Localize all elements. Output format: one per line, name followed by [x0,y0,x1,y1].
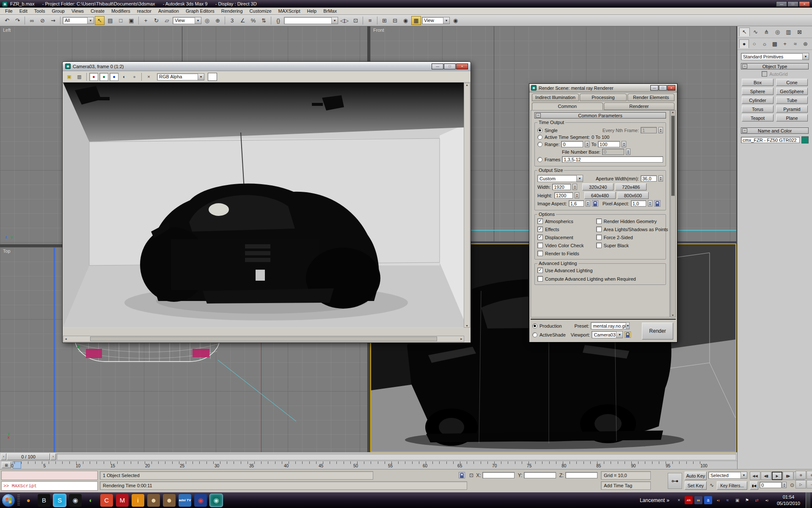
option-video-color-check[interactable]: Video Color Check [537,243,595,248]
taskbar-firefox-icon[interactable]: ● [22,494,35,507]
y-coordinate-field[interactable] [524,472,556,478]
maximize-icon[interactable] [659,85,667,91]
frames-radio[interactable]: Frames [537,157,560,162]
menu-item[interactable]: Rendering [218,8,246,14]
aperture-width-field[interactable]: 36,0 [641,175,657,182]
absolute-mode-transform-icon[interactable]: ⊡ [467,471,476,480]
subcategory-dropdown[interactable]: Standard Primitives ▼ [741,53,809,60]
menu-item[interactable]: Tools [31,8,49,14]
go-to-start-button[interactable]: ◀◀ [750,472,760,480]
option-displacement[interactable]: Displacement [537,235,595,240]
dialog-tab[interactable]: Render Elements [628,94,674,101]
select-and-manipulate-icon[interactable]: ⊕ [213,16,223,25]
collapse-icon[interactable] [742,64,747,69]
horizontal-scrollbar[interactable]: ◄ ► [63,336,464,342]
viewport-dropdown[interactable]: Camera03 ▼ [592,331,623,338]
taskbar-game2-icon[interactable]: ☻ [163,494,176,507]
select-object-icon[interactable]: ↖ [95,16,105,25]
vertical-scrollbar[interactable]: ▲ ▼ [464,83,470,328]
option-render-hidden-geometry[interactable]: Render Hidden Geometry [596,218,664,224]
channel-display-dropdown[interactable]: RGB Alpha ▼ [157,73,204,80]
time-slider-track[interactable] [56,453,736,460]
range-to-field[interactable]: 100 [598,141,620,147]
preset-720x486-button[interactable]: 720x486 [615,183,647,190]
taskbar-m-icon[interactable]: M [116,494,129,507]
selection-set-dropdown[interactable]: Selected ▼ [708,472,747,479]
minimize-icon[interactable] [776,1,787,7]
monochrome-icon[interactable]: ◐ [120,73,129,81]
green-channel-icon[interactable]: ● [99,73,108,81]
key-mode-toggle-button[interactable]: ▮◀ [750,481,758,490]
image-aspect-lock-icon[interactable] [592,200,598,207]
cameras-category-icon[interactable]: ▩ [770,39,779,48]
align-icon[interactable]: ⊡ [351,16,361,25]
taskbar-info-icon[interactable]: i [132,494,144,507]
close-icon[interactable] [456,64,468,69]
layer-manager-icon[interactable]: ≡ [365,16,375,25]
use-pivot-center-icon[interactable]: ◎ [202,16,212,25]
tab-renderer[interactable]: Renderer [604,102,675,110]
viewport-top-label[interactable]: Top [3,248,11,254]
object-color-swatch[interactable] [801,136,809,144]
next-frame-arrow-icon[interactable]: › [50,453,56,460]
taskbar-skype-icon[interactable]: S [53,494,66,507]
minimize-icon[interactable] [432,64,443,69]
viewport-front-label[interactable]: Front [373,28,384,33]
tray-avast-icon[interactable]: a [704,496,712,504]
common-parameters-rollout[interactable]: Common Parameters [534,112,666,119]
object-type-button[interactable]: Pyramid [776,105,808,113]
taskbar-adsltv-icon[interactable]: adsl TV [179,494,191,507]
default-in-out-tangents-icon[interactable]: ∿ [707,481,716,489]
percent-snap-icon[interactable]: % [248,16,258,25]
close-icon[interactable] [667,85,675,91]
menu-item[interactable]: File [2,8,16,14]
menu-item[interactable]: reactor [134,8,155,14]
start-button[interactable] [2,494,15,507]
systems-category-icon[interactable]: ⊛ [801,39,810,48]
field-of-view-button[interactable]: ▷ [795,480,806,489]
tray-exit-icon[interactable]: × [675,496,683,504]
unlink-selection-icon[interactable]: ⊘ [38,16,47,25]
tray-network-icon[interactable]: ⇄ [753,496,761,504]
undo-icon[interactable]: ↶ [2,16,12,25]
scroll-left-icon[interactable]: ◄ [64,337,67,340]
render-setup-icon[interactable]: ▦ [411,16,421,25]
menu-item[interactable]: MAXScript [275,8,304,14]
tab-common[interactable]: Common [532,102,603,110]
tray-volume-icon[interactable]: ◄) [762,496,771,504]
x-coordinate-field[interactable] [482,472,515,478]
autogrid-checkbox[interactable]: AutoGrid [738,71,812,77]
quick-render-icon[interactable]: ◉ [451,16,460,25]
hierarchy-tab-icon[interactable]: ⋔ [761,28,772,36]
output-size-preset-dropdown[interactable]: Custom ▼ [537,175,583,182]
motion-tab-icon[interactable]: ◎ [772,28,783,36]
zoom-all-button[interactable]: ⊛ [806,471,812,479]
reference-coordinate-dropdown[interactable]: View ▼ [173,17,201,24]
scrollbar-thumb[interactable] [90,337,437,341]
menu-item[interactable]: Customize [246,8,275,14]
curve-editor-icon[interactable]: ⊞ [380,16,389,25]
spinner[interactable] [585,141,589,147]
menu-item[interactable]: Create [87,8,108,14]
select-and-move-icon[interactable]: + [141,16,151,25]
object-type-button[interactable]: Cylinder [742,97,773,104]
material-editor-icon[interactable]: ◉ [401,16,410,25]
auto-key-button[interactable]: Auto Key [685,472,707,480]
spinner[interactable] [575,192,579,199]
named-selection-sets-dropdown[interactable]: ▼ [284,17,338,24]
set-keys-button[interactable]: ⊶ [668,473,682,489]
dialog-scrollbar[interactable]: ▲ ▼ [670,110,676,318]
height-field[interactable]: 1200 [554,192,573,199]
taskbar-ccleaner-icon[interactable]: C [100,494,113,507]
option-atmospherics[interactable]: Atmospherics [537,218,595,224]
window-crossing-icon[interactable]: ▣ [127,16,136,25]
object-type-button[interactable]: Tube [776,97,808,104]
object-type-button[interactable]: GeoSphere [776,88,808,95]
current-frame-field[interactable]: 0 [760,482,782,488]
show-desktop-button[interactable] [806,492,810,508]
space-warps-category-icon[interactable]: ≈ [790,39,800,48]
add-time-tag[interactable]: Add Time Tag [601,481,651,490]
active-time-segment-radio[interactable]: Active Time Segment: [537,135,590,140]
shapes-category-icon[interactable]: ○ [749,39,759,48]
viewport-left-label[interactable]: Left [3,28,11,33]
